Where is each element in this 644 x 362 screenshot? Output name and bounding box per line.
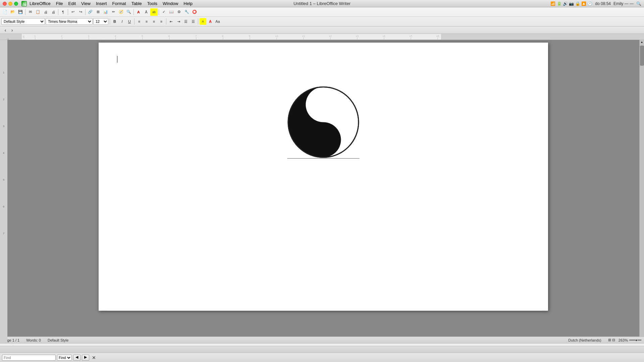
table-button[interactable]: ⊞ [94, 8, 102, 16]
align-left-button[interactable]: ≡ [136, 18, 143, 25]
zoom-level: 263% [619, 338, 628, 342]
window-title: Untitled 1 – LibreOffice Writer [293, 1, 351, 6]
open-button[interactable]: 📂 [9, 8, 16, 16]
menu-tools[interactable]: Tools [145, 0, 160, 7]
redo-button[interactable]: ↪ [77, 8, 84, 16]
separator4 [85, 9, 86, 15]
document-page [99, 43, 548, 311]
separator5 [133, 9, 134, 15]
language-info: Dutch (Netherlands) [568, 338, 601, 342]
character-shading-button[interactable]: Ā [143, 8, 150, 16]
highlight-button[interactable]: ab [150, 8, 158, 16]
hyperlink-button[interactable]: 🔗 [87, 8, 94, 16]
justify-button[interactable]: ≡ [158, 18, 165, 25]
traffic-lights [3, 2, 18, 6]
find-options-select[interactable]: Find [57, 355, 72, 361]
font-color-a-button[interactable]: A [135, 8, 142, 16]
bg-color-button[interactable]: A [200, 18, 206, 25]
text-cursor [117, 56, 117, 63]
svg-text:6: 6 [3, 205, 5, 208]
document-scroll[interactable] [7, 40, 639, 343]
word-count: Words: 0 [26, 338, 41, 342]
svg-text:4: 4 [3, 152, 5, 155]
vertical-scrollbar[interactable]: ▲ [639, 40, 644, 343]
print-button[interactable]: 🖨 [50, 8, 57, 16]
main-area: 1 2 3 4 5 6 7 [0, 40, 644, 343]
italic-button[interactable]: I [119, 18, 125, 25]
scrollbar-up-button[interactable]: ▲ [640, 40, 644, 44]
menu-items: LibreOffice File Edit View Insert Format… [27, 0, 550, 7]
formatting-marks-button[interactable]: ¶ [59, 8, 67, 16]
menu-help[interactable]: Help [181, 0, 195, 7]
document-style: Default Style [48, 338, 68, 342]
font-color-button[interactable]: A [207, 18, 214, 25]
menu-bar: L LibreOffice File Edit View Insert Form… [0, 0, 644, 7]
chart-button[interactable]: 📊 [102, 8, 109, 16]
align-center-button[interactable]: ≡ [143, 18, 150, 25]
font-size-select[interactable]: 12 [93, 18, 108, 25]
numbered-list-button[interactable]: ☰ [190, 18, 197, 25]
minimize-button[interactable] [8, 2, 12, 6]
thesaurus-button[interactable]: 📖 [168, 8, 175, 16]
sep [110, 18, 110, 24]
yin-yang-image[interactable] [287, 86, 360, 159]
forward-button[interactable]: › [9, 27, 15, 34]
status-bar [0, 346, 644, 353]
formatting-toolbar: Default Style Times New Roma 12 B I U ≡ … [0, 17, 644, 26]
find-input[interactable] [2, 355, 56, 361]
sep3 [166, 18, 166, 24]
bullets-button[interactable]: ☰ [182, 18, 189, 25]
time-display: do 08:54 [595, 1, 611, 6]
back-button[interactable]: ‹ [2, 27, 9, 34]
new-button[interactable]: 📄 [1, 8, 9, 16]
indent-less-button[interactable]: ⇤ [168, 18, 174, 25]
svg-rect-35 [22, 34, 441, 40]
find-next-button[interactable]: ▶ [82, 355, 89, 361]
left-margin: 1 2 3 4 5 6 7 [0, 40, 7, 343]
sep4 [198, 18, 198, 24]
print-preview-button[interactable]: 🖨 [42, 8, 49, 16]
svg-point-46 [317, 133, 330, 146]
font-name-select[interactable]: Times New Roma [46, 18, 93, 25]
menu-table[interactable]: Table [129, 0, 145, 7]
bold-button[interactable]: B [111, 18, 118, 25]
basic-button[interactable]: ⭕ [191, 8, 198, 16]
spell-check-button[interactable]: ✓ [160, 8, 167, 16]
menu-edit[interactable]: Edit [66, 0, 78, 7]
menu-file[interactable]: File [53, 0, 66, 7]
indent-more-button[interactable]: ⇥ [175, 18, 182, 25]
menu-format[interactable]: Format [109, 0, 128, 7]
save-button[interactable]: 💾 [17, 8, 24, 16]
navigator-button[interactable]: 🧭 [117, 8, 125, 16]
separator6 [159, 9, 159, 15]
menu-libreoffice[interactable]: LibreOffice [27, 0, 53, 7]
menu-insert[interactable]: Insert [93, 0, 110, 7]
scrollbar-thumb[interactable] [640, 46, 644, 66]
svg-rect-36 [0, 40, 7, 343]
undo-button[interactable]: ↩ [69, 8, 76, 16]
close-button[interactable] [3, 2, 7, 6]
zoom-slider[interactable]: ━━━●━━ [629, 338, 641, 342]
main-toolbar: 📄 📂 💾 ✉ 📋 🖨 🖨 ¶ ↩ ↪ 🔗 ⊞ 📊 ✏ 🧭 🔍 A Ā ab ✓… [0, 7, 644, 17]
maximize-button[interactable] [14, 2, 18, 6]
find-close-button[interactable]: ✕ [91, 354, 97, 361]
draw-button[interactable]: ✏ [110, 8, 117, 16]
extensions-button[interactable]: 🔧 [183, 8, 191, 16]
paragraph-style-select[interactable]: Default Style [1, 18, 45, 25]
search-icon[interactable]: 🔍 [636, 1, 641, 6]
find-previous-button[interactable]: ◀ [73, 355, 80, 361]
align-right-button[interactable]: ≡ [151, 18, 157, 25]
find-replace-button[interactable]: 🔍 [125, 8, 132, 16]
svg-text:5: 5 [3, 178, 5, 181]
pdf-button[interactable]: 📋 [34, 8, 42, 16]
char-style-button[interactable]: Aa [214, 18, 221, 25]
menu-view[interactable]: View [78, 0, 93, 7]
toolbar-area: 📄 📂 💾 ✉ 📋 🖨 🖨 ¶ ↩ ↪ 🔗 ⊞ 📊 ✏ 🧭 🔍 A Ā ab ✓… [0, 7, 644, 26]
svg-text:1: 1 [3, 71, 5, 74]
email-button[interactable]: ✉ [26, 8, 34, 16]
menu-window[interactable]: Window [160, 0, 181, 7]
app-logo: L [21, 1, 27, 6]
macro-button[interactable]: ⚙ [175, 8, 183, 16]
menu-right: 📶 🔋 🔊 📷 🔒 🔼 🕐 do 08:54 Emily — — 🔍 [550, 1, 641, 6]
underline-button[interactable]: U [126, 18, 133, 25]
